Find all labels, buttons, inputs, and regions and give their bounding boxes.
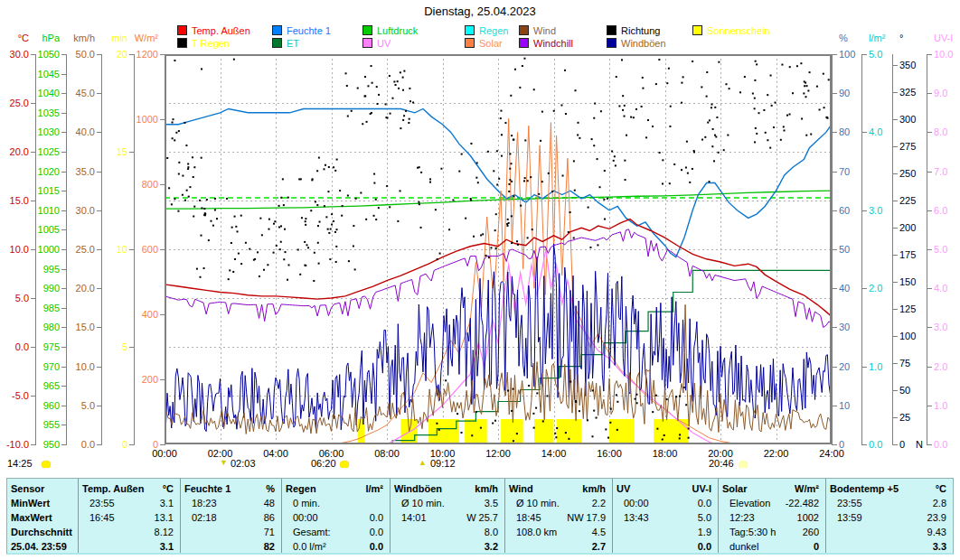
table-row: 18:2348 <box>181 496 281 510</box>
table-cell-value: 71 <box>264 525 275 539</box>
table-column-bodentemp-5: Bodentemp +5°C23:552.813:5923.99.433.3 <box>825 479 953 553</box>
legend-item-sonnenschein: Sonnenschein <box>692 25 770 35</box>
table-column-header: Windkm/h <box>505 481 612 496</box>
legend-swatch-icon <box>465 38 475 48</box>
legend-swatch-icon <box>177 38 187 48</box>
axis-tick <box>893 255 898 256</box>
axis-tick <box>61 191 66 191</box>
table-row: 00:000.0 <box>613 496 718 510</box>
table-cell-time: 02:18 <box>184 510 217 525</box>
table-cell-time: 108.0 km <box>509 525 557 539</box>
axis-tick-label: 100 <box>899 331 916 341</box>
axis-tick-label: 7.0 <box>934 167 947 177</box>
table-cell-time: Elevation <box>722 496 770 510</box>
table-cell-time <box>184 539 192 554</box>
table-row: 3.3 <box>826 539 953 554</box>
table-cell-time: 0.0 l/m² <box>286 539 326 554</box>
legend-item-wind: Wind <box>519 25 556 35</box>
axis-tick <box>833 327 837 328</box>
table-cell-time <box>616 539 624 554</box>
axis-tick-label: 75 <box>899 359 910 369</box>
table-cell-time: 18:23 <box>184 496 217 510</box>
moonset-marker-label: 02:03 <box>231 458 256 469</box>
axis-tick-label: 5.0 <box>869 50 882 60</box>
axis-tick-label: 50 <box>899 386 910 396</box>
axis-tick <box>61 386 66 387</box>
axis-tick <box>31 396 35 397</box>
table-cell-value: W 25.7 <box>466 510 498 525</box>
table-cell-time: 23:55 <box>82 496 115 510</box>
axis-tick-label: 40.0 <box>45 127 95 137</box>
legend-swatch-icon <box>607 38 616 48</box>
table-cell-time <box>82 539 89 554</box>
legend-label: T Regen <box>192 38 230 49</box>
axis-tick-label: 80 <box>839 127 850 137</box>
axis-tick-label: 2.0 <box>934 362 947 372</box>
legend-item-windchill: Windchill <box>519 38 573 48</box>
axis-tick-label: 8.0 <box>934 127 947 137</box>
table-row: Elevation-22.482 <box>719 496 825 510</box>
table-column-unit: km/h <box>582 481 606 496</box>
axis-tick-label: 4.0 <box>869 127 882 137</box>
table-row: 108.0 km4.5 <box>505 525 612 539</box>
sun-icon <box>340 461 349 468</box>
table-column-name: Bodentemp +5 <box>830 481 899 496</box>
axis-tick <box>61 347 66 348</box>
axis-tick <box>893 444 898 445</box>
axis-tick-label: 5.0 <box>0 294 29 303</box>
axis-tick-label: 350 <box>899 61 916 70</box>
axis-tick-label: 10 <box>839 401 850 411</box>
legend-item-uv: UV <box>362 38 391 48</box>
axis-tick <box>893 282 898 283</box>
axis-tick <box>129 152 134 153</box>
table-row: Ø 10 min.3.5 <box>391 496 504 510</box>
legend-swatch-icon <box>272 25 282 35</box>
axis-header-uv: UV-I <box>934 33 953 43</box>
table-column-name: Windböen <box>394 481 442 496</box>
table-cell-value: 0 <box>814 539 819 554</box>
legend-label: Temp. Außen <box>192 25 250 36</box>
axis-tick-label: 1.0 <box>934 401 947 411</box>
table-cell-value: -22.482 <box>786 496 819 510</box>
table-cell-time <box>394 525 401 539</box>
table-row: Gesamt:0.0 <box>282 525 390 539</box>
axis-tick-label: 100 <box>839 50 855 60</box>
axis-tick-label: 955 <box>10 420 60 430</box>
legend-item-et: ET <box>272 38 299 48</box>
table-row-label: MaxWert <box>7 510 78 525</box>
axis-line-lm2 <box>861 54 862 445</box>
table-cell-time: 16:45 <box>82 510 115 525</box>
axis-tick-label: 0.0 <box>934 440 947 450</box>
page-title: Dienstag, 25.04.2023 <box>0 5 960 18</box>
table-row: 02:1886 <box>181 510 281 525</box>
legend-item-luftdruck: Luftdruck <box>362 25 418 35</box>
axis-tick-label: -5.0 <box>0 391 29 401</box>
table-row-label: MinWert <box>7 496 78 510</box>
x-axis-tick-label: 04:00 <box>256 448 296 459</box>
axis-tick-label: 30 <box>839 322 850 332</box>
axis-tick-label: 150 <box>899 277 916 287</box>
legend-swatch-icon <box>177 25 187 35</box>
axis-tick <box>862 444 867 445</box>
table-cell-value: 3.5 <box>485 496 498 510</box>
legend-item-richtung: Richtung <box>607 25 660 35</box>
axis-tick <box>893 146 898 147</box>
table-column-header: UVUV-I <box>613 481 718 496</box>
table-column-unit: l/m² <box>365 481 383 496</box>
table-column-header: Temp. Außen°C <box>79 481 180 496</box>
axis-tick <box>927 367 932 368</box>
table-column-name: Feuchte 1 <box>184 481 231 496</box>
axis-tick <box>927 288 932 289</box>
axis-tick-label: 10.0 <box>45 362 95 372</box>
table-cell-value: 3.3 <box>933 539 946 554</box>
table-column-solar: SolarW/m²Elevation-22.48212:231002Tag:5:… <box>718 479 825 553</box>
legend-swatch-icon <box>362 38 372 48</box>
table-cell-value: 3.1 <box>160 496 174 510</box>
axis-tick <box>893 417 898 418</box>
axis-tick-label: 5.0 <box>45 401 95 411</box>
axis-tick-label: 4.0 <box>934 284 947 294</box>
legend-item-temp-au-en: Temp. Außen <box>177 25 250 35</box>
table-column-uv: UVUV-I00:000.013:435.01.90.0 <box>612 479 718 553</box>
axis-tick <box>31 103 35 104</box>
axis-tick <box>833 132 837 133</box>
